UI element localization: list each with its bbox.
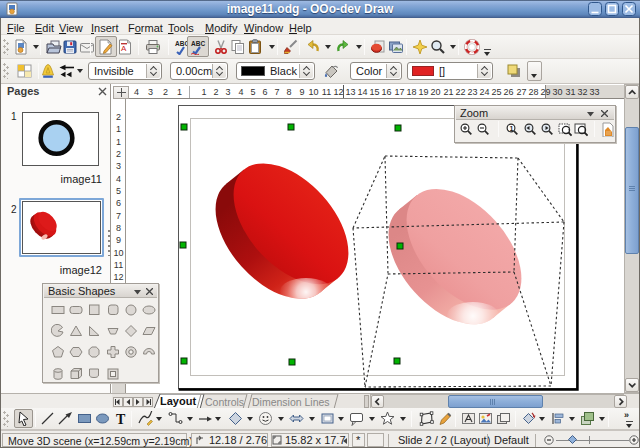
svg-text:A: A	[121, 44, 127, 53]
svg-text:1: 1	[510, 125, 514, 132]
svg-text:T: T	[116, 412, 126, 426]
svg-text:ABC: ABC	[191, 40, 205, 47]
